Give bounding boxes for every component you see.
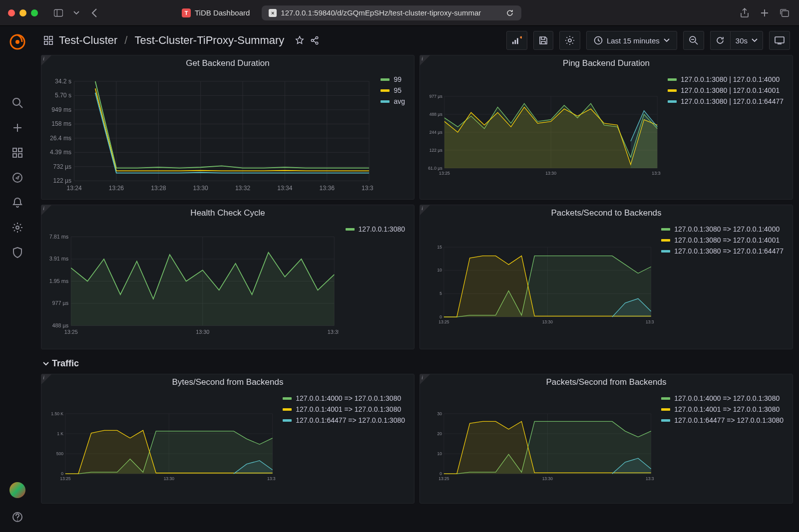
- legend-item[interactable]: 127.0.0.1:4001 => 127.0.0.1:3080: [283, 405, 405, 413]
- svg-rect-23: [512, 42, 514, 44]
- legend-label: 127.0.0.1:64477 => 127.0.0.1:3080: [296, 416, 405, 424]
- alerting-icon[interactable]: [11, 197, 23, 209]
- panel-info-icon[interactable]: [420, 374, 430, 384]
- legend-item[interactable]: 127.0.0.1:64477 => 127.0.0.1:3080: [283, 416, 405, 424]
- tab-overview-icon[interactable]: [780, 8, 789, 17]
- svg-text:13:30: 13:30: [196, 329, 209, 335]
- panel-ping-backend-duration[interactable]: Ping Backend Duration 61.0 µs122 µs244 µ…: [419, 55, 793, 200]
- panel-info-icon[interactable]: [41, 55, 51, 65]
- panel-info-icon[interactable]: [420, 55, 430, 65]
- panel-packets-from-backends[interactable]: Packets/Second from Backends 010203013:2…: [419, 374, 793, 504]
- svg-text:0: 0: [439, 471, 442, 476]
- svg-point-11: [13, 173, 22, 182]
- svg-text:122 µs: 122 µs: [53, 177, 71, 184]
- zoom-out-button[interactable]: [683, 31, 704, 50]
- explore-icon[interactable]: [11, 172, 23, 184]
- legend-label: 127.0.0.1:3080 | 127.0.0.1:4000: [681, 75, 780, 83]
- svg-text:13:35: 13:35: [652, 171, 661, 176]
- browser-tab-1[interactable]: T TiDB Dashboard: [175, 5, 257, 20]
- browser-nav: [54, 8, 117, 17]
- legend-item[interactable]: 127.0.0.1:3080 | 127.0.0.1:4000: [668, 75, 784, 83]
- svg-text:1.95 ms: 1.95 ms: [49, 278, 69, 284]
- apps-icon[interactable]: [44, 36, 53, 45]
- svg-text:13:30: 13:30: [193, 185, 209, 192]
- legend-item[interactable]: 127.0.0.1:4000 => 127.0.0.1:3080: [283, 394, 405, 402]
- svg-text:13:25: 13:25: [438, 319, 449, 324]
- legend-item[interactable]: 127.0.0.1:3080 => 127.0.0.1:64477: [661, 247, 784, 255]
- settings-button[interactable]: [559, 31, 580, 50]
- user-avatar[interactable]: [9, 482, 25, 498]
- svg-text:13:26: 13:26: [109, 185, 124, 192]
- create-icon[interactable]: [11, 122, 23, 134]
- panel-info-icon[interactable]: [41, 374, 51, 384]
- minimize-window[interactable]: [19, 9, 26, 16]
- legend-label: 127.0.0.1:4000 => 127.0.0.1:3080: [674, 394, 780, 402]
- panel-info-icon[interactable]: [420, 205, 430, 215]
- add-panel-button[interactable]: [506, 31, 527, 50]
- browser-actions: [740, 8, 789, 17]
- browser-tab-2[interactable]: × 127.0.0.1:59840/d/zGQmEpSHz/test-clust…: [262, 5, 521, 20]
- save-button[interactable]: [533, 31, 553, 50]
- legend-item[interactable]: 127.0.0.1:3080: [346, 225, 405, 233]
- svg-text:5: 5: [439, 291, 442, 296]
- legend-label: 127.0.0.1:3080 => 127.0.0.1:4001: [674, 236, 780, 244]
- svg-point-12: [16, 226, 19, 229]
- panel-bytes-from-backends[interactable]: Bytes/Second from Backends 05001 K1.50 K…: [41, 374, 414, 504]
- refresh-button[interactable]: [710, 31, 730, 50]
- grafana-logo[interactable]: [8, 33, 26, 51]
- svg-text:488 µs: 488 µs: [429, 112, 443, 117]
- search-icon[interactable]: [11, 97, 23, 109]
- breadcrumb-root[interactable]: Test-Cluster: [59, 34, 117, 47]
- new-tab-icon[interactable]: [760, 8, 769, 17]
- legend-item[interactable]: 127.0.0.1:3080 | 127.0.0.1:4001: [668, 86, 784, 94]
- panel-packets-to-backends[interactable]: Packets/Second to Backends 05101513:2513…: [419, 205, 793, 349]
- sidebar-icon[interactable]: [54, 8, 63, 17]
- svg-text:15: 15: [437, 245, 442, 250]
- svg-text:244 µs: 244 µs: [429, 130, 443, 135]
- legend-item[interactable]: 127.0.0.1:3080 | 127.0.0.1:64477: [668, 97, 784, 105]
- panel-info-icon[interactable]: [41, 205, 51, 215]
- maximize-window[interactable]: [31, 9, 38, 16]
- legend-item[interactable]: 95: [381, 86, 405, 94]
- star-icon[interactable]: [295, 36, 304, 45]
- tab-label: TiDB Dashboard: [195, 8, 250, 17]
- legend-item[interactable]: 127.0.0.1:4000 => 127.0.0.1:3080: [661, 394, 784, 402]
- close-window[interactable]: [8, 9, 15, 16]
- breadcrumb-current[interactable]: Test-Cluster-TiProxy-Summary: [134, 34, 284, 47]
- time-range-picker[interactable]: Last 15 minutes: [586, 31, 677, 50]
- chevron-down-icon: [752, 38, 758, 42]
- admin-icon[interactable]: [11, 247, 23, 259]
- refresh-interval-picker[interactable]: 30s: [730, 31, 763, 50]
- legend-item[interactable]: 127.0.0.1:4001 => 127.0.0.1:3080: [661, 405, 784, 413]
- svg-text:13:25: 13:25: [439, 171, 450, 176]
- panel-title: Packets/Second to Backends: [420, 205, 793, 219]
- legend-item[interactable]: 127.0.0.1:64477 => 127.0.0.1:3080: [661, 416, 784, 424]
- config-icon[interactable]: [11, 222, 23, 234]
- svg-text:30: 30: [437, 411, 442, 416]
- svg-text:13:35: 13:35: [267, 476, 276, 481]
- legend-item[interactable]: 127.0.0.1:3080 => 127.0.0.1:4001: [661, 236, 784, 244]
- reload-icon[interactable]: [505, 8, 514, 17]
- panel-title: Packets/Second from Backends: [420, 374, 793, 388]
- panel-title: Ping Backend Duration: [420, 55, 793, 69]
- help-icon[interactable]: [11, 511, 23, 523]
- legend-item[interactable]: 127.0.0.1:3080 => 127.0.0.1:4000: [661, 225, 784, 233]
- dashboards-icon[interactable]: [11, 147, 23, 159]
- chevron-down-icon[interactable]: [72, 8, 81, 17]
- svg-line-6: [19, 105, 22, 108]
- legend-item[interactable]: avg: [381, 97, 405, 105]
- svg-rect-31: [775, 37, 784, 43]
- legend-label: 127.0.0.1:3080: [359, 225, 405, 233]
- svg-rect-9: [13, 154, 16, 157]
- panel-health-check-cycle[interactable]: Health Check Cycle 488 µs977 µs1.95 ms3.…: [41, 205, 414, 349]
- back-icon[interactable]: [90, 8, 99, 17]
- share-icon[interactable]: [740, 8, 749, 17]
- row-header-traffic[interactable]: Traffic: [41, 354, 793, 374]
- panel-get-backend-duration[interactable]: Get Backend Duration 122 µs732 µs4.39 ms…: [41, 55, 414, 200]
- share-dashboard-icon[interactable]: [310, 36, 319, 45]
- dashboard-toolbar: Test-Cluster / Test-Cluster-TiProxy-Summ…: [35, 26, 799, 55]
- svg-text:13:35: 13:35: [328, 329, 339, 335]
- tidb-favicon: T: [182, 8, 191, 17]
- cycle-view-button[interactable]: [769, 31, 790, 50]
- legend-item[interactable]: 99: [381, 75, 405, 83]
